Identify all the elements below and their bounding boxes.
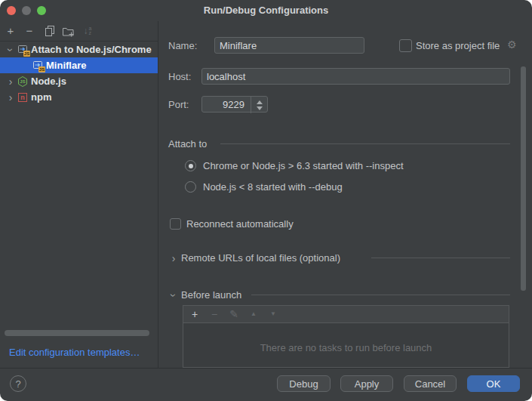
panel-divider[interactable] (158, 21, 158, 368)
chevron-down-icon[interactable]: › (5, 44, 17, 56)
footer-divider (0, 368, 532, 369)
radio-selected-dot (189, 164, 193, 168)
sort-arrow-glyph: ↓ (84, 24, 88, 38)
add-task-icon[interactable]: + (188, 307, 201, 321)
host-label: Host: (168, 71, 191, 82)
tree-item-miniflare[interactable]: JS Miniflare (0, 57, 158, 73)
configurations-tree: › JS Attach to Node.js/Chrome JS (0, 42, 158, 325)
tree-item-nodejs[interactable]: › JS Node.js (0, 73, 158, 89)
title-bar: Run/Debug Configurations (0, 0, 532, 21)
tree-horizontal-scrollbar[interactable] (5, 330, 149, 336)
section-separator (220, 143, 510, 144)
help-button[interactable]: ? (10, 375, 26, 392)
name-label: Name: (168, 40, 197, 51)
tree-item-label: Attach to Node.js/Chrome (31, 44, 152, 55)
tree-item-label: Node.js (31, 76, 66, 87)
stepper-up-icon[interactable] (257, 100, 263, 104)
before-launch-section-title[interactable]: Before launch (181, 289, 241, 301)
chevron-right-icon[interactable]: › (168, 252, 180, 264)
nodejs-js-letters: JS (17, 79, 29, 84)
npm-n-letter: n (17, 94, 29, 101)
store-as-project-file-checkbox[interactable] (399, 39, 412, 52)
folder-plus-icon (62, 25, 75, 38)
ok-button[interactable]: OK (467, 375, 520, 392)
new-folder-icon[interactable] (61, 24, 75, 38)
add-configuration-icon[interactable]: + (4, 24, 17, 38)
tree-item-attach-to-nodejs-chrome[interactable]: › JS Attach to Node.js/Chrome (0, 42, 158, 57)
debug-button[interactable]: Debug (277, 375, 331, 392)
sort-configurations-icon[interactable]: ↓ a z (81, 24, 94, 38)
attach-to-section-title: Attach to (168, 138, 207, 150)
copy-icon (44, 25, 56, 37)
move-task-down-icon[interactable]: ▼ (266, 307, 280, 321)
copy-configuration-icon[interactable] (43, 24, 57, 38)
section-separator (251, 295, 510, 295)
configurations-toolbar: + − ↓ a z (0, 21, 158, 42)
before-launch-toolbar: + − ✎ ▲ ▼ (183, 306, 509, 323)
js-badge: JS (38, 66, 45, 72)
move-task-up-icon[interactable]: ▲ (247, 307, 260, 321)
chevron-down-icon[interactable]: › (168, 289, 180, 301)
name-input[interactable] (214, 37, 364, 54)
tree-item-npm[interactable]: › n npm (0, 89, 158, 105)
apply-button[interactable]: Apply (340, 375, 393, 392)
remove-task-icon[interactable]: − (208, 307, 221, 321)
nodejs-icon: JS (17, 76, 29, 88)
run-debug-configurations-dialog: Run/Debug Configurations + − ↓ a z (0, 0, 532, 401)
store-options-gear-icon[interactable]: ⚙ (507, 39, 517, 51)
chevron-right-icon[interactable]: › (5, 76, 17, 88)
host-input[interactable] (201, 68, 510, 85)
radio-chrome-inspect[interactable] (185, 160, 196, 171)
radio-chrome-inspect-label: Chrome or Node.js > 6.3 started with --i… (203, 160, 404, 171)
tree-item-label: npm (31, 91, 51, 103)
reconnect-automatically-checkbox[interactable] (170, 218, 181, 230)
port-stepper[interactable] (251, 97, 268, 113)
reconnect-automatically-label: Reconnect automatically (186, 218, 294, 230)
port-label: Port: (168, 99, 189, 110)
remove-configuration-icon[interactable]: − (23, 24, 36, 38)
radio-nodejs-debug[interactable] (185, 181, 196, 193)
attach-to-node-icon: JS (17, 44, 29, 56)
stepper-down-icon[interactable] (257, 106, 263, 110)
before-launch-empty-text: There are no tasks to run before launch (183, 342, 509, 353)
js-badge: JS (23, 51, 30, 57)
remote-urls-section-title[interactable]: Remote URLs of local files (optional) (181, 252, 340, 264)
npm-icon: n (17, 91, 29, 103)
tree-item-label: Miniflare (46, 60, 86, 71)
form-vertical-scrollbar[interactable] (521, 66, 526, 291)
chevron-right-icon[interactable]: › (5, 91, 17, 103)
dialog-title: Run/Debug Configurations (0, 5, 532, 16)
edit-configuration-templates-link[interactable]: Edit configuration templates… (9, 347, 140, 358)
cancel-button[interactable]: Cancel (404, 375, 457, 392)
sort-letters: a z (89, 26, 92, 35)
section-separator (371, 258, 510, 258)
edit-task-icon[interactable]: ✎ (227, 307, 241, 321)
radio-nodejs-debug-label: Node.js < 8 started with --debug (203, 181, 343, 193)
attach-to-node-icon: JS (32, 60, 44, 72)
store-as-project-file-label: Store as project file (416, 40, 500, 51)
before-launch-task-panel: + − ✎ ▲ ▼ There are no tasks to run befo… (183, 305, 509, 368)
